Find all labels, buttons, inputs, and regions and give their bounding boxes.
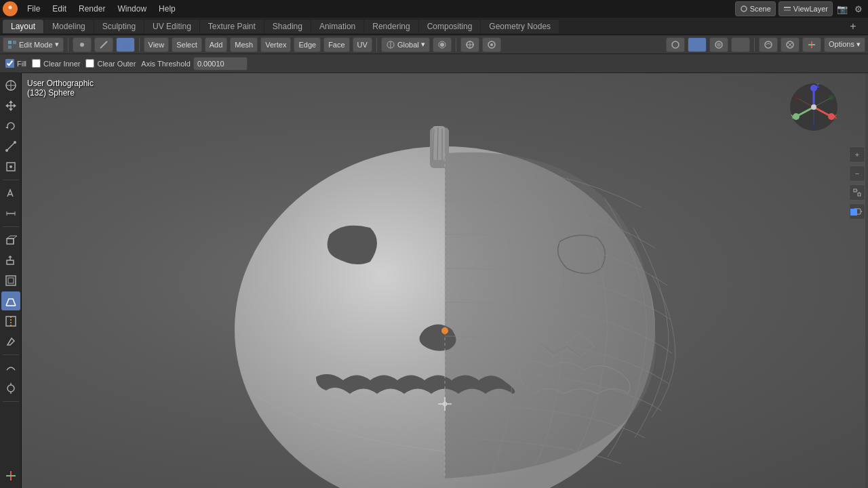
inset-tool[interactable] xyxy=(1,271,20,290)
view-menu-btn[interactable]: View xyxy=(144,37,170,52)
svg-rect-50 xyxy=(7,239,14,244)
menu-file[interactable]: File xyxy=(22,3,45,15)
zoom-in-btn[interactable]: + xyxy=(849,146,865,163)
tab-rendering[interactable]: Rendering xyxy=(364,20,418,33)
tab-sculpting[interactable]: Sculpting xyxy=(94,20,144,33)
xray-btn[interactable] xyxy=(781,37,800,52)
svg-point-23 xyxy=(717,43,721,47)
tab-texture-paint[interactable]: Texture Paint xyxy=(200,20,264,33)
svg-point-25 xyxy=(765,41,772,48)
tab-layout[interactable]: Layout xyxy=(3,20,43,33)
knife-tool[interactable] xyxy=(1,332,20,351)
smooth-tool[interactable] xyxy=(1,359,20,378)
edit-mode-label: Edit Mode xyxy=(19,41,53,49)
rendered-shading-btn[interactable] xyxy=(731,37,750,52)
uv-menu-btn[interactable]: UV xyxy=(353,37,372,52)
axis-threshold-input[interactable] xyxy=(193,57,248,70)
svg-rect-6 xyxy=(13,41,16,44)
scene-name: Scene xyxy=(750,5,771,13)
tab-geometry-nodes[interactable]: Geometry Nodes xyxy=(481,20,559,33)
axis-threshold-field: Axis Threshold xyxy=(141,57,248,70)
operator-toolbar: Fill Clear Inner Clear Outer Axis Thresh… xyxy=(0,54,868,73)
overlays-btn[interactable] xyxy=(759,37,778,52)
rotate-tool[interactable] xyxy=(1,117,20,136)
tab-compositing[interactable]: Compositing xyxy=(419,20,481,33)
annotate-tool[interactable] xyxy=(1,184,20,203)
edge-select-btn[interactable] xyxy=(94,37,113,52)
face-select-btn[interactable] xyxy=(116,37,135,52)
render-icon[interactable]: 📷 xyxy=(835,2,849,16)
svg-point-2 xyxy=(741,6,747,12)
extrude-tool[interactable] xyxy=(1,251,20,270)
measure-tool[interactable] xyxy=(1,204,20,223)
transform-tool[interactable] xyxy=(1,157,20,176)
fill-checkbox[interactable]: Fill xyxy=(5,59,26,68)
shrink-fatten-tool[interactable] xyxy=(1,379,20,398)
svg-marker-38 xyxy=(5,104,8,108)
svg-rect-7 xyxy=(8,45,12,49)
svg-point-20 xyxy=(672,41,679,48)
mesh-menu-btn[interactable]: Mesh xyxy=(230,37,258,52)
clear-inner-label: Clear Inner xyxy=(43,60,80,68)
add-cube-tool[interactable] xyxy=(1,230,20,249)
clear-inner-checkbox[interactable]: Clear Inner xyxy=(32,59,80,68)
transform-pivot-btn[interactable] xyxy=(433,37,452,52)
fill-label: Fill xyxy=(17,60,26,68)
zoom-fit-btn[interactable] xyxy=(849,184,865,201)
view-layer-name: ViewLayer xyxy=(793,5,828,13)
tab-uv-editing[interactable]: UV Editing xyxy=(144,20,199,33)
active-scene-selector[interactable]: Scene xyxy=(735,1,776,16)
move-tool[interactable] xyxy=(1,96,20,115)
toolbar-sep-4 xyxy=(456,38,456,52)
wireframe-shading-btn[interactable] xyxy=(666,37,685,52)
options-btn[interactable]: Options ▾ xyxy=(824,37,865,52)
svg-point-45 xyxy=(9,165,12,168)
svg-rect-59 xyxy=(6,317,16,326)
tab-animation[interactable]: Animation xyxy=(311,20,363,33)
svg-point-8 xyxy=(80,43,84,47)
edge-menu-btn[interactable]: Edge xyxy=(294,37,321,52)
menu-edit[interactable]: Edit xyxy=(47,3,72,15)
add-menu-btn[interactable]: Add xyxy=(205,37,228,52)
n-panel-handle[interactable] xyxy=(865,73,868,488)
clear-inner-checkbox-input[interactable] xyxy=(32,59,41,68)
tool-sep-3 xyxy=(3,354,19,355)
menu-window[interactable]: Window xyxy=(112,3,152,15)
settings-icon[interactable]: ⚙ xyxy=(852,2,865,16)
solid-shading-btn[interactable] xyxy=(688,37,707,52)
snap-btn[interactable] xyxy=(460,37,479,52)
tab-shading[interactable]: Shading xyxy=(264,20,311,33)
view-layer-selector[interactable]: ViewLayer xyxy=(778,1,833,16)
face-menu-btn[interactable]: Face xyxy=(323,37,349,52)
cursor-tool[interactable] xyxy=(1,76,20,95)
transform-orient-tool[interactable] xyxy=(1,466,20,485)
menu-render[interactable]: Render xyxy=(73,3,111,15)
svg-point-43 xyxy=(5,149,8,152)
editor-type-button[interactable]: Edit Mode ▾ xyxy=(3,37,64,52)
viewport[interactable]: User Orthographic (132) Sphere Z X xyxy=(22,73,868,488)
loop-cut-tool[interactable] xyxy=(1,312,20,331)
clear-outer-checkbox[interactable]: Clear Outer xyxy=(85,59,136,68)
clear-outer-checkbox-input[interactable] xyxy=(85,59,94,68)
transform-orientation-btn[interactable]: Global ▾ xyxy=(381,37,430,52)
svg-rect-53 xyxy=(7,260,14,264)
menu-help[interactable]: Help xyxy=(153,3,181,15)
svg-point-24 xyxy=(737,41,744,48)
select-menu-btn[interactable]: Select xyxy=(172,37,202,52)
vertex-select-btn[interactable] xyxy=(73,37,92,52)
blender-logo[interactable] xyxy=(3,1,18,16)
editor-toolbar: Edit Mode ▾ View Select Add Mesh Vertex … xyxy=(0,35,868,54)
add-workspace-icon[interactable]: + xyxy=(846,20,860,33)
vertex-menu-btn[interactable]: Vertex xyxy=(260,37,291,52)
toolbar-sep-2 xyxy=(139,38,140,52)
svg-marker-40 xyxy=(5,126,8,129)
scale-tool[interactable] xyxy=(1,137,20,156)
fill-checkbox-input[interactable] xyxy=(5,59,14,68)
bevel-tool[interactable] xyxy=(1,291,20,310)
proportional-edit-btn[interactable] xyxy=(482,37,501,52)
svg-point-13 xyxy=(440,43,444,47)
material-shading-btn[interactable] xyxy=(709,37,728,52)
gizmos-btn[interactable] xyxy=(802,37,821,52)
tab-modeling[interactable]: Modeling xyxy=(44,20,94,33)
zoom-out-btn[interactable]: − xyxy=(849,165,865,182)
